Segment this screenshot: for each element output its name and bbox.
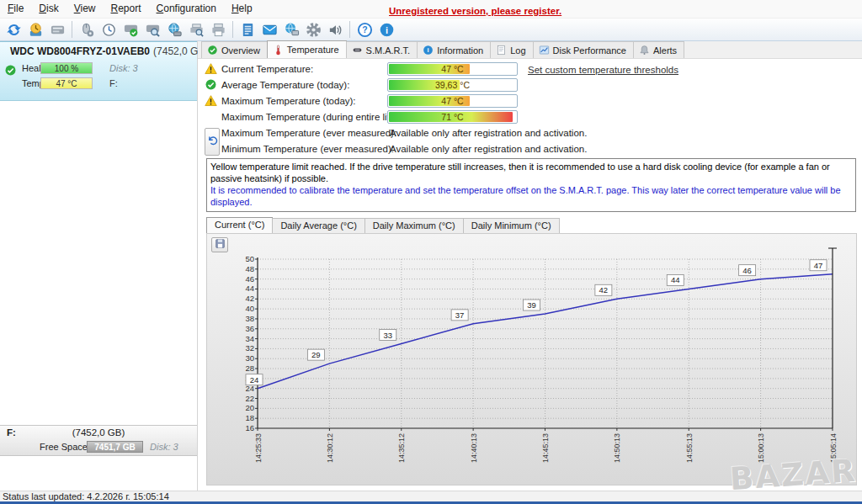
temperature-gauge-value: 47 °C	[388, 95, 517, 108]
temperature-row: Maximum Temperature (ever measured):Avai…	[198, 126, 862, 141]
y-tick-label: 16	[245, 423, 254, 432]
temperature-series-line	[258, 274, 833, 389]
temperature-unavailable-text: Available only after registration and ac…	[390, 144, 587, 154]
menu-report[interactable]: Report	[104, 0, 149, 18]
network-disk-icon	[167, 22, 183, 38]
disk-model: WDC WD8004FRYZ-01VAEB0	[10, 45, 150, 57]
y-tick-label: 30	[245, 353, 254, 363]
thermometer-icon	[273, 45, 284, 56]
temperature-row: Minimum Temperature (ever measured):Avai…	[198, 142, 862, 157]
check-circle-icon	[205, 78, 217, 91]
alerts-icon	[639, 45, 650, 56]
toolbar-print-button[interactable]	[207, 19, 229, 40]
chart-tab-current-c[interactable]: Current (°C)	[206, 217, 273, 233]
y-tick-label: 40	[245, 304, 254, 313]
disk-ok-icon	[123, 22, 139, 38]
chart-tab-daily-maximum-c[interactable]: Daily Maximum (°C)	[364, 218, 464, 233]
temperature-row: Maximum Temperature (today):47 °C	[198, 94, 862, 109]
y-tick-label: 36	[245, 324, 254, 333]
disk-test-icon	[145, 22, 161, 38]
toolbar-separator	[349, 21, 350, 38]
volume-disk-number: Disk: 3	[150, 442, 178, 452]
analyze-disk-icon	[28, 22, 44, 38]
report-icon	[240, 22, 256, 38]
temperature-row: Average Temperature (today):39,63 °C	[198, 78, 862, 93]
disk-health-ok-icon	[4, 64, 17, 77]
menu-view[interactable]: View	[67, 0, 104, 18]
toolbar-report-button[interactable]	[237, 19, 258, 40]
undo-icon	[206, 135, 218, 149]
print-icon	[210, 22, 226, 38]
tab-disk-performance[interactable]: Disk Performance	[533, 41, 634, 58]
unregistered-link[interactable]: Unregistered version, please register.	[389, 6, 561, 16]
schedule-clock-icon	[101, 22, 117, 38]
tab-alerts[interactable]: Alerts	[633, 41, 684, 58]
notice-recommendation-text: It is recommended to calibrate the tempe…	[210, 184, 852, 208]
settings-icon	[306, 22, 322, 38]
tab-overview[interactable]: Overview	[201, 41, 268, 58]
log-page-icon	[496, 45, 507, 56]
toolbar-sounds-button[interactable]	[324, 19, 346, 40]
y-tick-label: 42	[245, 294, 254, 303]
disk-title: WDC WD8004FRYZ-01VAEB0(7452,0 GB)	[10, 45, 208, 57]
toolbar-print-preview-button[interactable]	[185, 19, 207, 40]
temperature-row-label: Minimum Temperature (ever measured):	[221, 144, 394, 154]
save-chart-button[interactable]	[211, 237, 228, 252]
chart-tab-daily-average-c[interactable]: Daily Average (°C)	[272, 218, 364, 233]
toolbar-info-button[interactable]: i	[375, 19, 397, 40]
toolbar-separator	[72, 21, 72, 38]
x-tick-label: 14:30:12	[326, 433, 334, 463]
point-label-value: 33	[383, 331, 392, 340]
disk-list-item-selected[interactable]: WDC WD8004FRYZ-01VAEB0(7452,0 GB) Health…	[0, 41, 197, 101]
y-tick-label: 44	[245, 284, 254, 293]
toolbar-network-button[interactable]	[280, 19, 302, 40]
health-bar: 100 %	[40, 62, 93, 74]
x-tick-label: 14:40:13	[470, 433, 478, 463]
chart-tab-daily-minimum-c[interactable]: Daily Minimum (°C)	[463, 218, 560, 233]
free-space-label: Free Space	[40, 442, 88, 452]
toolbar-disk-test-button[interactable]	[141, 19, 163, 40]
toolbar-disk-ok-button[interactable]	[120, 19, 141, 40]
toolbar-disk-details-button[interactable]	[46, 19, 68, 40]
y-tick-label: 34	[245, 334, 254, 343]
disk-list-sidebar: WDC WD8004FRYZ-01VAEB0(7452,0 GB) Health…	[0, 41, 198, 491]
tab-log[interactable]: Log	[490, 41, 533, 58]
info-icon: i	[379, 22, 395, 38]
menu-configuration[interactable]: Configuration	[149, 0, 224, 18]
toolbar-help-button[interactable]: ?	[354, 19, 375, 40]
toolbar-separator	[232, 21, 233, 38]
tab-temperature[interactable]: Temperature	[267, 40, 347, 58]
drive-letter: F:	[109, 78, 118, 88]
menu-file[interactable]: File	[0, 0, 31, 18]
tab-information[interactable]: iInformation	[417, 41, 491, 58]
free-space-bar: 7451,7 GB	[87, 441, 143, 453]
refresh-icon	[6, 22, 22, 38]
menu-help[interactable]: Help	[224, 0, 260, 18]
tab-s-m-a-r-t[interactable]: S.M.A.R.T.	[346, 41, 418, 58]
x-tick-label: 14:45:13	[541, 433, 550, 463]
toolbar-analyze-disk-button[interactable]	[24, 19, 46, 40]
svg-text:i: i	[428, 46, 429, 54]
toolbar-network-disk-button[interactable]	[163, 19, 185, 40]
tab-label: Information	[437, 45, 483, 56]
x-tick-label: 14:55:13	[685, 433, 694, 463]
temperature-gauge: 39,63 °C	[387, 78, 518, 92]
y-tick-label: 28	[245, 363, 254, 373]
tab-label: Overview	[221, 45, 260, 56]
toolbar-mouse-settings-button[interactable]	[76, 19, 98, 40]
menu-disk[interactable]: Disk	[31, 0, 66, 18]
reset-temperature-button[interactable]	[205, 128, 220, 156]
notice-warning-text: Yellow temperature limit reached. If the…	[210, 161, 852, 184]
point-label-value: 46	[742, 266, 752, 275]
toolbar-email-button[interactable]	[258, 19, 280, 40]
point-label-value: 47	[814, 261, 823, 270]
toolbar-settings-button[interactable]	[302, 19, 324, 40]
toolbar-schedule-clock-button[interactable]	[98, 19, 120, 40]
y-tick-label: 50	[245, 254, 254, 263]
toolbar-refresh-button[interactable]	[3, 19, 24, 40]
warning-icon	[205, 62, 217, 75]
page-tab-bar: OverviewTemperatureS.M.A.R.T.iInformatio…	[198, 41, 862, 59]
tab-label: Disk Performance	[553, 45, 626, 56]
temperature-unavailable-text: Available only after registration and ac…	[390, 128, 587, 138]
set-thresholds-link[interactable]: Set custom temperature thresholds	[528, 65, 678, 75]
